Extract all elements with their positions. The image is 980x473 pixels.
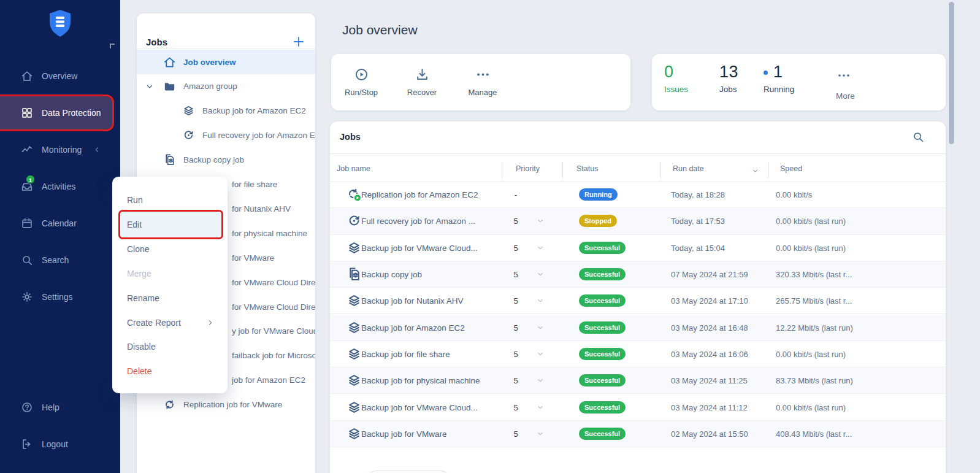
priority-dropdown-chevron-icon[interactable] (536, 217, 545, 225)
job-name[interactable]: Backup job for Amazon EC2 (361, 323, 465, 332)
job-name[interactable]: Backup copy job (361, 270, 422, 279)
run-date: 07 May 2024 at 21:59 (671, 270, 748, 279)
tree-item-replication-job-for-vmware[interactable]: Replication job for VMware (137, 393, 315, 417)
job-name[interactable]: Backup job for VMware Cloud... (361, 402, 478, 412)
stat-label: Issues (664, 85, 688, 94)
job-name[interactable]: Backup job for file share (361, 349, 450, 358)
priority-value: - (508, 190, 524, 199)
tree-item-backup-job-for-amazon-ec2[interactable]: Backup job for Amazon EC2 (137, 99, 315, 123)
priority-dropdown-chevron-icon[interactable] (536, 350, 545, 358)
tree-item-job-overview[interactable]: Job overview (137, 50, 315, 74)
status-badge: Stopped (579, 215, 617, 227)
sidebar-item-overview[interactable]: Overview (0, 63, 120, 90)
priority-value: 5 (508, 349, 524, 358)
column-header-job-name[interactable]: Job name (337, 164, 370, 173)
sidebar-item-settings[interactable]: Settings (0, 283, 120, 310)
priority-value: 5 (508, 376, 524, 385)
job-name[interactable]: Backup job for VMware (361, 429, 447, 438)
table-row-backup-job-for-vmware-cloud[interactable]: Backup job for VMware Cloud...5Successfu… (330, 394, 946, 420)
copy-icon (163, 153, 177, 167)
tree-item-label: Replication job for VMware (183, 400, 282, 409)
menu-item-delete[interactable]: Delete (121, 359, 221, 383)
speed: 0.00 kbit/s (last run) (776, 217, 846, 226)
priority-dropdown-chevron-icon[interactable] (536, 244, 545, 252)
priority-dropdown-chevron-icon[interactable] (536, 270, 545, 279)
copy-icon (346, 266, 362, 283)
search-icon[interactable] (911, 130, 926, 145)
priority-dropdown-chevron-icon[interactable] (536, 323, 545, 332)
tree-item-full-recovery-job-for-amazon-e[interactable]: Full recovery job for Amazon E (137, 123, 315, 148)
menu-item-edit[interactable]: Edit (121, 212, 221, 237)
priority-value: 5 (508, 270, 524, 279)
run-date: Today, at 15:04 (671, 243, 725, 252)
backup-icon (346, 345, 362, 362)
app-window: OverviewData ProtectionMonitoringActivit… (0, 0, 980, 473)
sidebar-item-calendar[interactable]: Calendar (0, 210, 120, 237)
menu-item-run[interactable]: Run (121, 188, 221, 212)
menu-item-create-report[interactable]: Create Report (121, 310, 221, 335)
table-row-backup-job-for-amazon-ec2[interactable]: Backup job for Amazon EC25Successful03 M… (330, 315, 946, 341)
table-row-full-recovery-job-for-amazon[interactable]: Full recovery job for Amazon ...5Stopped… (330, 208, 946, 234)
tree-item-label: Backup copy job (183, 155, 244, 164)
priority-dropdown-chevron-icon[interactable] (536, 376, 545, 385)
show-more-button[interactable] (367, 471, 450, 473)
add-job-button[interactable] (291, 34, 308, 52)
monitoring-icon (20, 143, 34, 156)
table-row-backup-job-for-nutanix-ahv[interactable]: Backup job for Nutanix AHV5Successful03 … (330, 288, 946, 314)
column-header-run-date[interactable]: Run date (673, 164, 704, 173)
backup-icon (346, 372, 362, 389)
stat-more[interactable]: More (836, 63, 855, 101)
table-row-replication-job-for-amazon-ec2[interactable]: Replication job for Amazon EC2-RunningTo… (330, 182, 946, 208)
column-header-status[interactable]: Status (576, 164, 598, 173)
tree-item-label: failback job for Microso (232, 351, 315, 360)
sidebar-item-data-protection[interactable]: Data Protection (0, 96, 112, 129)
scrollbar-thumb[interactable] (949, 2, 954, 144)
backup-icon (346, 399, 362, 415)
app-logo-shield-icon (48, 9, 72, 38)
sidebar-corner-mark (110, 44, 115, 48)
backup-icon (346, 293, 362, 309)
sidebar-item-label: Calendar (42, 218, 77, 228)
sidebar-item-help[interactable]: Help (0, 394, 120, 421)
sidebar-item-label: Data Protection (42, 108, 101, 118)
job-name[interactable]: Backup job for Nutanix AHV (361, 296, 464, 306)
column-header-speed[interactable]: Speed (780, 164, 802, 173)
status-badge: Successful (579, 294, 626, 307)
job-name[interactable]: Full recovery job for Amazon ... (361, 217, 475, 226)
sort-chevron-down-icon[interactable] (751, 166, 759, 174)
sidebar-item-logout[interactable]: Logout (0, 431, 120, 458)
table-row-backup-job-for-physical-machine[interactable]: Backup job for physical machine5Successf… (330, 367, 946, 394)
menu-item-rename[interactable]: Rename (121, 286, 221, 310)
speed: 0.00 kbit/s (last run) (776, 402, 846, 412)
table-row-backup-job-for-vmware[interactable]: Backup job for VMware5Successful02 May 2… (330, 421, 946, 447)
menu-item-disable[interactable]: Disable (121, 334, 221, 359)
column-separator (502, 162, 502, 178)
menu-item-label: Run (127, 195, 143, 205)
menu-item-label: Merge (127, 269, 151, 279)
run-stop-button[interactable]: Run/Stop (336, 66, 386, 97)
tree-item-backup-copy-job[interactable]: Backup copy job (137, 148, 315, 172)
sidebar-item-monitoring[interactable]: Monitoring (0, 136, 120, 163)
menu-item-label: Edit (127, 220, 142, 229)
sidebar-item-search[interactable]: Search (0, 247, 120, 274)
priority-value: 5 (508, 402, 524, 412)
priority-dropdown-chevron-icon[interactable] (536, 296, 545, 305)
menu-item-clone[interactable]: Clone (121, 237, 221, 261)
divider (137, 48, 315, 48)
table-row-backup-copy-job[interactable]: Backup copy job5Successful07 May 2024 at… (330, 261, 946, 288)
stat-jobs: 13Jobs (719, 63, 738, 94)
priority-dropdown-chevron-icon[interactable] (536, 429, 545, 438)
job-name[interactable]: Backup job for VMware Cloud... (361, 243, 478, 252)
priority-value: 5 (508, 243, 524, 252)
column-header-priority[interactable]: Priority (516, 164, 540, 173)
manage-button[interactable]: Manage (457, 66, 508, 97)
table-row-backup-job-for-vmware-cloud[interactable]: Backup job for VMware Cloud...5Successfu… (330, 235, 946, 261)
sidebar-item-activities[interactable]: Activities1 (0, 173, 120, 200)
table-row-backup-job-for-file-share[interactable]: Backup job for file share5Successful03 M… (330, 341, 946, 367)
job-name[interactable]: Replication job for Amazon EC2 (361, 190, 478, 199)
recover-button[interactable]: Recover (397, 66, 447, 97)
priority-dropdown-chevron-icon[interactable] (536, 403, 545, 412)
tree-item-amazon-group[interactable]: Amazon group (137, 74, 315, 99)
job-name[interactable]: Backup job for physical machine (361, 376, 480, 385)
column-separator (562, 162, 563, 178)
